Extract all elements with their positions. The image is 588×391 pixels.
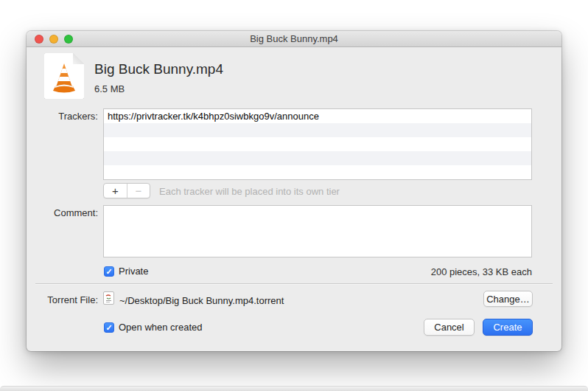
tracker-row[interactable]: [104, 151, 531, 165]
add-tracker-button[interactable]: +: [104, 184, 127, 198]
tracker-row[interactable]: https://privtracker.tk/k4bhpz0siwbkgo9v/…: [104, 109, 531, 123]
torrent-file-path: ~/Desktop/Big Buck Bunny.mp4.torrent: [119, 295, 284, 306]
background-window-edge: [0, 386, 588, 391]
trackers-label: Trackers:: [27, 111, 98, 122]
torrent-file-label: Torrent File:: [27, 294, 98, 305]
private-checkbox-row[interactable]: Private: [104, 266, 148, 277]
tracker-hint: Each tracker will be placed into its own…: [159, 186, 340, 197]
private-label: Private: [119, 266, 148, 277]
tracker-row[interactable]: [104, 165, 531, 179]
tracker-row[interactable]: [104, 137, 531, 151]
create-torrent-dialog: Big Buck Bunny.mp4 Big Buck Bunny.mp4 6.…: [27, 31, 561, 351]
cancel-button[interactable]: Cancel: [424, 319, 475, 336]
window-title: Big Buck Bunny.mp4: [27, 31, 561, 47]
create-button[interactable]: Create: [483, 319, 533, 336]
private-checkbox[interactable]: [104, 266, 114, 277]
titlebar: Big Buck Bunny.mp4: [27, 31, 561, 47]
open-when-created-label: Open when created: [119, 322, 202, 333]
torrent-document-icon: [103, 291, 114, 305]
file-size: 6.5 MB: [94, 83, 125, 94]
change-button[interactable]: Change…: [483, 291, 533, 307]
remove-tracker-button[interactable]: −: [127, 184, 150, 198]
tracker-row[interactable]: [104, 123, 531, 137]
pieces-info: 200 pieces, 33 KB each: [431, 266, 532, 277]
comment-input[interactable]: [103, 205, 532, 257]
file-name: Big Buck Bunny.mp4: [94, 61, 223, 77]
vlc-cone-graphic: [50, 62, 78, 94]
tracker-add-remove-group: + −: [103, 183, 150, 198]
open-when-created-checkbox[interactable]: [104, 322, 114, 333]
tracker-list[interactable]: https://privtracker.tk/k4bhpz0siwbkgo9v/…: [103, 108, 532, 180]
section-divider: [35, 283, 553, 285]
open-when-created-row[interactable]: Open when created: [104, 322, 202, 333]
vlc-cone-document-icon: [44, 53, 84, 99]
comment-label: Comment:: [27, 207, 98, 218]
